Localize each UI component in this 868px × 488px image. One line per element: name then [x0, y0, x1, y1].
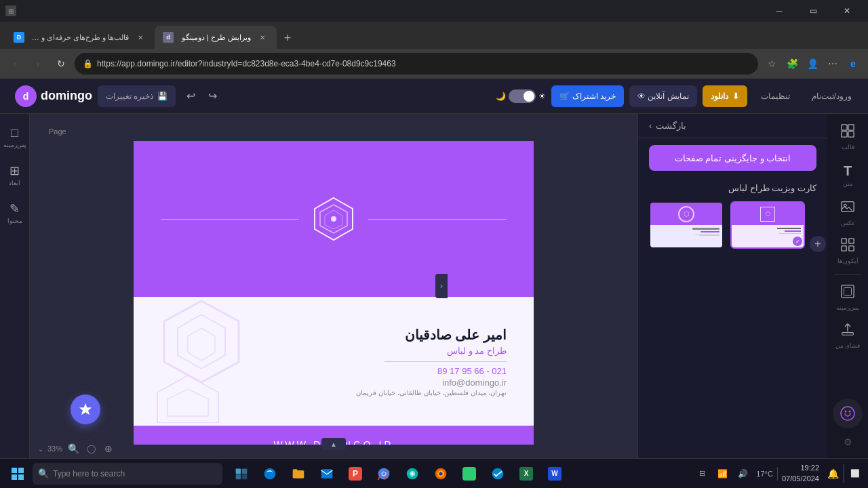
preview-button[interactable]: نمایش آنلاین 👁 [629, 85, 697, 107]
excel-icon: X [519, 467, 533, 481]
bg-label: پس‌زمینه [836, 304, 859, 311]
extension-icon[interactable]: 🧩 [783, 54, 802, 73]
download-icon: ⬇ [732, 92, 739, 101]
icon-photo[interactable]: عکس [830, 195, 865, 230]
background-icon: □ [11, 126, 18, 140]
more-icon[interactable]: ⋯ [823, 54, 842, 73]
volume-icon[interactable]: 🔊 [733, 464, 752, 483]
clock-date: 07/05/2024 [782, 474, 819, 484]
telegram-button[interactable] [484, 460, 511, 487]
card-bg-pattern [134, 297, 269, 426]
save-button[interactable]: 💾 ذخیره تغییرات [98, 85, 176, 107]
pattern-svg [134, 297, 269, 423]
icon-icons[interactable]: آیکون‌ها [830, 233, 865, 268]
fab-icon [78, 402, 93, 417]
tray-divider [777, 467, 778, 481]
share-button[interactable]: خرید اشتراک 🛒 [551, 85, 624, 107]
firefox-button[interactable] [427, 460, 454, 487]
collapse-panel-button[interactable]: › [435, 274, 448, 298]
template-2-top: ⬡ [732, 203, 804, 225]
icon-bg[interactable]: پس‌زمینه [830, 280, 865, 315]
forward-button[interactable]: › [28, 54, 47, 73]
download-button[interactable]: ⬇ دانلود [703, 85, 747, 107]
notification-area[interactable]: ⊟ [692, 464, 711, 483]
toggle-switch[interactable] [509, 89, 536, 103]
template-2[interactable]: ⬡ ✓ [730, 201, 805, 249]
undo-button[interactable]: ↩ [181, 87, 200, 106]
taskbar-clock[interactable]: 19:22 07/05/2024 [779, 463, 822, 484]
svg-rect-33 [236, 474, 241, 479]
profile-icon[interactable]: 👤 [803, 54, 822, 73]
login-button[interactable]: ورود/ثبت‌نام [804, 85, 860, 107]
maximize-button[interactable]: ▭ [797, 0, 829, 22]
settings-button[interactable]: تنظیمات [753, 85, 798, 107]
red-app-button[interactable]: P [342, 460, 369, 487]
template-1-bottom [650, 225, 722, 247]
scroll-up-button[interactable]: ▲ [321, 438, 346, 450]
tool-background[interactable]: □ پس‌زمینه [3, 119, 27, 155]
tab-1-label: قالب‌ها و طرح‌های حرفه‌ای و رایگان [30, 33, 129, 42]
zoom-out-button[interactable]: 🔍 [66, 442, 80, 455]
template-1-logo: ⬡ [678, 206, 694, 222]
template-2-line1 [777, 228, 801, 229]
taskbar-search[interactable]: 🔍 Type here to search [33, 463, 222, 485]
back-button[interactable]: بازگشت › [638, 114, 827, 138]
tool-content[interactable]: ✎ محتوا [3, 195, 27, 230]
template-2-logo: ⬡ [760, 207, 775, 222]
search-text: Type here to search [53, 469, 125, 479]
redo-button[interactable]: ↪ [203, 87, 222, 106]
icon-upload[interactable]: فضای من [830, 318, 865, 353]
canvas-card[interactable]: امیر علی صادقیان طراح مد و لباس 021 - 66… [134, 141, 534, 445]
add-element-button[interactable]: + [810, 236, 826, 252]
right-icons-sidebar: قالب T متن عکس [827, 114, 868, 458]
browser2-button[interactable] [399, 460, 426, 487]
notifications-bell[interactable]: 🔔 [823, 464, 842, 483]
new-tab-button[interactable]: + [277, 27, 298, 49]
hex-svg [310, 195, 357, 243]
tab-1[interactable]: D قالب‌ها و طرح‌های حرفه‌ای و رایگان ✕ [5, 26, 155, 49]
close-button[interactable]: ✕ [831, 0, 863, 22]
task-view-button[interactable] [228, 460, 255, 487]
page-indicator: Page [43, 127, 66, 136]
tool-dimensions[interactable]: ⊞ ابعاد [3, 157, 27, 192]
icon-template[interactable]: قالب [830, 119, 865, 155]
bookmark-icon[interactable]: ☆ [762, 54, 781, 73]
minimize-button[interactable]: ─ [764, 0, 795, 22]
tab-1-close[interactable]: ✕ [134, 31, 146, 43]
template-label: قالب [842, 144, 854, 150]
tab-2[interactable]: d ویرایش طرح | دومینگو ✕ [155, 26, 277, 49]
file-explorer-button[interactable] [285, 460, 312, 487]
svg-point-24 [841, 407, 854, 420]
tab-2-close[interactable]: ✕ [256, 31, 269, 43]
chrome-button[interactable] [370, 460, 397, 487]
svg-rect-30 [18, 474, 24, 480]
edge-icon[interactable]: e [844, 54, 863, 73]
excel-button[interactable]: X [513, 460, 540, 487]
url-bar[interactable]: 🔒 https://app.domingo.ir/editor?industry… [75, 53, 758, 75]
temp-text: 17°C [756, 470, 773, 478]
green-app-button[interactable] [456, 460, 483, 487]
network-icon[interactable]: 📶 [713, 464, 732, 483]
apply-all-pages-button[interactable]: انتخاب و جایگزینی تمام صفحات [649, 145, 816, 171]
word-button[interactable]: W [541, 460, 568, 487]
ai-icon-bottom[interactable] [833, 399, 863, 428]
svg-rect-27 [12, 468, 17, 473]
icon-text[interactable]: T متن [830, 157, 865, 192]
tab-1-icon: D [14, 32, 24, 43]
photo-label: عکس [841, 220, 855, 226]
back-button[interactable]: ‹ [5, 54, 24, 73]
settings-cog-icon[interactable]: ⚙ [840, 434, 856, 450]
start-button[interactable] [5, 462, 30, 486]
photo-svg [840, 199, 855, 214]
refresh-button[interactable]: ↻ [52, 54, 71, 73]
fab-button[interactable] [71, 394, 100, 424]
template-1[interactable]: ⬡ [649, 201, 724, 249]
back-chevron-icon: › [649, 121, 652, 131]
email-button[interactable] [313, 460, 340, 487]
svg-rect-14 [848, 131, 854, 137]
edge-taskbar-button[interactable] [256, 460, 283, 487]
zoom-in-button[interactable]: ⊕ [102, 442, 115, 455]
icons-svg [840, 237, 855, 252]
show-desktop-icon[interactable]: ⬜ [844, 464, 863, 483]
text-icon: T [844, 163, 852, 179]
